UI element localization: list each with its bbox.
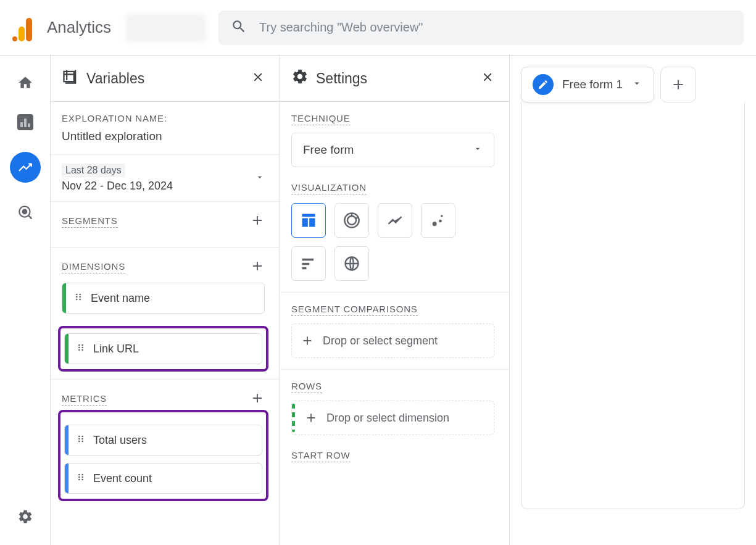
svg-point-16 [78,438,80,440]
dimension-chip-label: Link URL [93,343,139,356]
add-dimension-button[interactable] [250,259,265,275]
svg-point-25 [81,479,83,481]
svg-point-24 [78,479,80,481]
property-selector[interactable] [126,14,206,42]
drop-indicator [292,404,295,432]
canvas-panel: Free form 1 [510,56,756,545]
viz-bar-button[interactable] [291,246,326,281]
highlight-annotation: Link URL [58,326,268,372]
dimension-chip-label: Event name [91,292,150,305]
svg-rect-29 [302,259,314,261]
viz-table-button[interactable] [291,203,326,238]
add-tab-button[interactable] [660,67,696,102]
nav-explore-icon[interactable] [10,152,41,183]
caret-down-icon [473,144,483,156]
svg-point-18 [78,441,80,443]
svg-point-10 [78,347,80,349]
dimensions-label: DIMENSIONS [62,261,125,273]
viz-donut-button[interactable] [334,203,369,238]
technique-select[interactable]: Free form [291,133,494,167]
close-settings-icon[interactable] [481,70,494,86]
visualization-label: VISUALIZATION [291,182,367,194]
nav-reports-icon[interactable] [15,112,35,132]
exploration-name-input[interactable]: Untitled exploration [62,130,265,143]
search-placeholder: Try searching "Web overview" [259,20,423,35]
segment-drop-text: Drop or select segment [323,335,485,347]
date-literal: Nov 22 - Dec 19, 2024 [62,180,173,193]
dimension-chip[interactable]: Event name [62,283,265,314]
brand-name: Analytics [47,18,111,37]
svg-point-22 [78,476,80,478]
svg-point-19 [81,441,83,443]
gear-icon [291,68,309,89]
svg-point-26 [433,222,437,226]
segment-comparisons-label: SEGMENT COMPARISONS [291,304,418,316]
metrics-section: METRICS Total users [51,380,280,509]
technique-section: TECHNIQUE Free form VISUALIZATION [280,102,509,293]
dimension-chip[interactable]: Link URL [64,333,262,364]
add-segment-button[interactable] [250,213,265,230]
segments-section: SEGMENTS [51,202,280,248]
rows-drop-zone[interactable]: Drop or select dimension [291,401,494,435]
settings-title: Settings [316,70,367,87]
caret-down-icon[interactable] [631,78,642,91]
viz-line-button[interactable] [378,203,412,238]
svg-point-27 [439,220,442,223]
metrics-label: METRICS [62,393,107,406]
svg-point-20 [78,474,80,476]
tab-bar: Free form 1 [521,67,745,102]
nav-admin-icon[interactable] [15,507,35,526]
drag-handle-icon [69,343,93,355]
pencil-icon [533,74,554,95]
variables-panel: Variables EXPLORATION NAME: Untitled exp… [51,56,280,545]
metric-chip[interactable]: Total users [64,425,262,456]
search-icon [231,19,247,37]
metric-chip-label: Event count [93,472,152,485]
variables-title: Variables [86,70,144,87]
viz-scatter-button[interactable] [421,203,455,238]
technique-label: TECHNIQUE [291,113,351,125]
svg-point-28 [441,215,443,217]
drag-handle-icon [69,434,93,446]
exploration-canvas [521,102,745,509]
svg-point-6 [76,299,78,301]
metric-chip-label: Total users [93,434,147,447]
svg-point-23 [81,476,83,478]
svg-point-15 [81,436,83,438]
left-nav [0,56,51,545]
segment-drop-zone[interactable]: Drop or select segment [291,323,494,358]
svg-point-1 [22,210,27,214]
svg-point-11 [81,347,83,349]
nav-home-icon[interactable] [15,73,35,93]
dimensions-section: DIMENSIONS Event name [51,248,280,380]
svg-point-8 [78,344,80,346]
drag-handle-icon [66,292,91,304]
add-metric-button[interactable] [250,391,265,407]
drag-handle-icon [69,472,93,485]
tab-label: Free form 1 [562,78,623,91]
svg-point-21 [81,474,83,476]
date-preset: Last 28 days [62,164,125,177]
svg-rect-31 [302,267,307,270]
svg-rect-30 [302,263,310,265]
segment-comparisons-section: SEGMENT COMPARISONS Drop or select segme… [280,293,509,370]
metric-chip[interactable]: Event count [64,463,262,494]
visualization-grid [291,203,494,281]
viz-geo-button[interactable] [334,246,369,281]
logo-area: Analytics [12,14,111,41]
caret-down-icon [255,172,265,185]
search-input[interactable]: Try searching "Web overview" [218,10,744,45]
nav-advertising-icon[interactable] [15,202,35,222]
close-variables-icon[interactable] [251,70,265,86]
ga-logo-icon [12,14,39,41]
date-range-selector[interactable]: Last 28 days Nov 22 - Dec 19, 2024 [51,155,280,202]
settings-panel: Settings TECHNIQUE Free form VISUALIZATI… [280,56,510,545]
settings-header: Settings [280,56,509,102]
tab-freeform-1[interactable]: Free form 1 [521,67,654,102]
technique-value: Free form [303,143,354,157]
highlight-annotation: Total users Event count [58,410,268,501]
exploration-name-section: EXPLORATION NAME: Untitled exploration [51,102,280,155]
svg-point-13 [81,349,83,351]
segments-label: SEGMENTS [62,215,118,228]
svg-point-14 [78,436,80,438]
